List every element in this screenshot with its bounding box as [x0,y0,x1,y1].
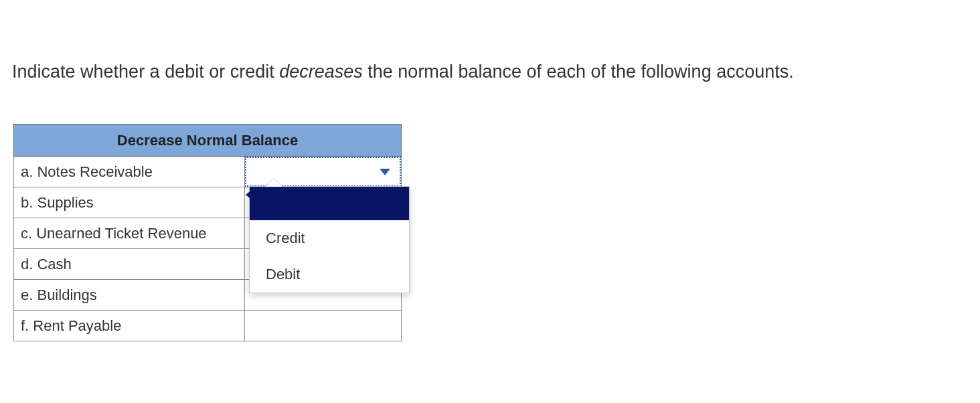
dropdown-option-blank[interactable] [250,187,409,220]
account-label: c. Unearned Ticket Revenue [14,218,245,249]
account-label: b. Supplies [14,187,245,218]
dropdown-menu: Credit Debit [249,186,410,293]
account-label: d. Cash [14,249,245,280]
account-label: a. Notes Receivable [14,157,245,187]
table-header: Decrease Normal Balance [14,125,402,157]
account-label: e. Buildings [14,280,245,311]
table-row: a. Notes Receivable [14,157,402,187]
instruction-pre: Indicate whether a debit or credit [12,62,279,82]
table-row: f. Rent Payable [14,311,402,341]
instruction-italic: decreases [279,62,363,82]
chevron-down-icon [380,169,390,175]
instruction-text: Indicate whether a debit or credit decre… [0,0,980,84]
select-cell-f[interactable] [244,311,401,341]
instruction-post: the normal balance of each of the follow… [363,62,794,82]
dropdown-option-credit[interactable]: Credit [250,220,409,256]
dropdown-option-debit[interactable]: Debit [250,256,409,293]
account-label: f. Rent Payable [14,311,245,341]
